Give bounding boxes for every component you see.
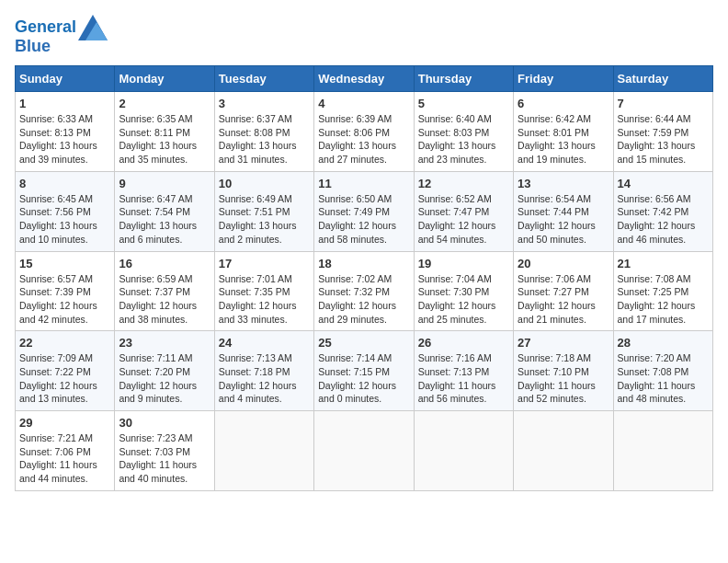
day-number: 4: [318, 97, 409, 110]
day-info: Sunrise: 6:44 AM Sunset: 7:59 PM Dayligh…: [618, 112, 709, 167]
calendar-cell: 21Sunrise: 7:08 AM Sunset: 7:25 PM Dayli…: [613, 251, 712, 331]
calendar-cell: 11Sunrise: 6:50 AM Sunset: 7:49 PM Dayli…: [314, 171, 414, 251]
day-info: Sunrise: 7:20 AM Sunset: 7:08 PM Dayligh…: [618, 351, 709, 406]
weekday-header-wednesday: Wednesday: [314, 66, 414, 92]
day-info: Sunrise: 6:42 AM Sunset: 8:01 PM Dayligh…: [518, 112, 609, 167]
day-info: Sunrise: 7:02 AM Sunset: 7:32 PM Dayligh…: [318, 272, 409, 327]
calendar-cell: 20Sunrise: 7:06 AM Sunset: 7:27 PM Dayli…: [514, 251, 613, 331]
day-info: Sunrise: 7:21 AM Sunset: 7:06 PM Dayligh…: [19, 431, 110, 486]
logo: General Blue: [15, 15, 108, 56]
day-info: Sunrise: 7:06 AM Sunset: 7:27 PM Dayligh…: [518, 272, 609, 327]
page-header: General Blue: [15, 15, 713, 56]
day-number: 23: [119, 336, 210, 350]
calendar-cell: 19Sunrise: 7:04 AM Sunset: 7:30 PM Dayli…: [414, 251, 513, 331]
day-info: Sunrise: 7:09 AM Sunset: 7:22 PM Dayligh…: [19, 351, 110, 406]
logo-text: General: [15, 18, 76, 37]
day-info: Sunrise: 7:04 AM Sunset: 7:30 PM Dayligh…: [418, 272, 509, 327]
calendar-cell: 23Sunrise: 7:11 AM Sunset: 7:20 PM Dayli…: [115, 331, 214, 411]
calendar-week-row: 8Sunrise: 6:45 AM Sunset: 7:56 PM Daylig…: [16, 171, 713, 251]
day-info: Sunrise: 6:57 AM Sunset: 7:39 PM Dayligh…: [19, 272, 110, 327]
calendar-week-row: 1Sunrise: 6:33 AM Sunset: 8:13 PM Daylig…: [16, 92, 713, 172]
day-info: Sunrise: 7:13 AM Sunset: 7:18 PM Dayligh…: [219, 351, 310, 406]
weekday-header-sunday: Sunday: [16, 66, 115, 92]
calendar-cell: 8Sunrise: 6:45 AM Sunset: 7:56 PM Daylig…: [16, 171, 115, 251]
weekday-header-friday: Friday: [514, 66, 613, 92]
calendar-week-row: 15Sunrise: 6:57 AM Sunset: 7:39 PM Dayli…: [16, 251, 713, 331]
day-number: 5: [418, 97, 509, 110]
weekday-header-tuesday: Tuesday: [214, 66, 313, 92]
day-number: 6: [518, 97, 609, 110]
calendar-cell: [514, 411, 613, 491]
day-number: 10: [219, 177, 310, 190]
calendar-cell: 18Sunrise: 7:02 AM Sunset: 7:32 PM Dayli…: [314, 251, 414, 331]
day-number: 27: [518, 336, 609, 350]
day-number: 9: [119, 177, 210, 190]
calendar-cell: 7Sunrise: 6:44 AM Sunset: 7:59 PM Daylig…: [613, 92, 712, 172]
day-number: 14: [618, 177, 709, 190]
day-info: Sunrise: 6:56 AM Sunset: 7:42 PM Dayligh…: [618, 192, 709, 247]
day-number: 18: [318, 257, 409, 270]
day-info: Sunrise: 6:39 AM Sunset: 8:06 PM Dayligh…: [318, 112, 409, 167]
calendar-week-row: 22Sunrise: 7:09 AM Sunset: 7:22 PM Dayli…: [16, 331, 713, 411]
weekday-header-monday: Monday: [115, 66, 214, 92]
calendar-cell: 5Sunrise: 6:40 AM Sunset: 8:03 PM Daylig…: [414, 92, 513, 172]
day-info: Sunrise: 7:16 AM Sunset: 7:13 PM Dayligh…: [418, 351, 509, 406]
day-number: 21: [618, 257, 709, 270]
day-number: 25: [318, 336, 409, 350]
day-number: 8: [19, 177, 110, 190]
day-number: 13: [518, 177, 609, 190]
day-info: Sunrise: 6:47 AM Sunset: 7:54 PM Dayligh…: [119, 192, 210, 247]
calendar-week-row: 29Sunrise: 7:21 AM Sunset: 7:06 PM Dayli…: [16, 411, 713, 491]
day-number: 28: [618, 336, 709, 350]
day-info: Sunrise: 7:14 AM Sunset: 7:15 PM Dayligh…: [318, 351, 409, 406]
day-info: Sunrise: 6:52 AM Sunset: 7:47 PM Dayligh…: [418, 192, 509, 247]
day-info: Sunrise: 6:45 AM Sunset: 7:56 PM Dayligh…: [19, 192, 110, 247]
calendar-cell: [214, 411, 313, 491]
day-number: 22: [19, 336, 110, 350]
day-number: 2: [119, 97, 210, 110]
day-number: 19: [418, 257, 509, 270]
day-number: 30: [119, 416, 210, 430]
calendar-cell: 6Sunrise: 6:42 AM Sunset: 8:01 PM Daylig…: [514, 92, 613, 172]
calendar-cell: 9Sunrise: 6:47 AM Sunset: 7:54 PM Daylig…: [115, 171, 214, 251]
calendar-cell: 12Sunrise: 6:52 AM Sunset: 7:47 PM Dayli…: [414, 171, 513, 251]
calendar-cell: 15Sunrise: 6:57 AM Sunset: 7:39 PM Dayli…: [16, 251, 115, 331]
day-number: 15: [19, 257, 110, 270]
weekday-header-saturday: Saturday: [613, 66, 712, 92]
calendar-header-row: SundayMondayTuesdayWednesdayThursdayFrid…: [16, 66, 713, 92]
calendar-cell: 26Sunrise: 7:16 AM Sunset: 7:13 PM Dayli…: [414, 331, 513, 411]
day-info: Sunrise: 6:37 AM Sunset: 8:08 PM Dayligh…: [219, 112, 310, 167]
day-info: Sunrise: 7:08 AM Sunset: 7:25 PM Dayligh…: [618, 272, 709, 327]
day-number: 17: [219, 257, 310, 270]
day-number: 20: [518, 257, 609, 270]
day-info: Sunrise: 7:01 AM Sunset: 7:35 PM Dayligh…: [219, 272, 310, 327]
calendar-cell: 17Sunrise: 7:01 AM Sunset: 7:35 PM Dayli…: [214, 251, 313, 331]
calendar-cell: 22Sunrise: 7:09 AM Sunset: 7:22 PM Dayli…: [16, 331, 115, 411]
day-info: Sunrise: 6:54 AM Sunset: 7:44 PM Dayligh…: [518, 192, 609, 247]
calendar-cell: [314, 411, 414, 491]
day-number: 12: [418, 177, 509, 190]
calendar-cell: 3Sunrise: 6:37 AM Sunset: 8:08 PM Daylig…: [214, 92, 313, 172]
calendar-cell: [613, 411, 712, 491]
day-number: 16: [119, 257, 210, 270]
day-info: Sunrise: 6:33 AM Sunset: 8:13 PM Dayligh…: [19, 112, 110, 167]
day-info: Sunrise: 6:50 AM Sunset: 7:49 PM Dayligh…: [318, 192, 409, 247]
calendar-cell: 29Sunrise: 7:21 AM Sunset: 7:06 PM Dayli…: [16, 411, 115, 491]
day-number: 7: [618, 97, 709, 110]
day-info: Sunrise: 6:35 AM Sunset: 8:11 PM Dayligh…: [119, 112, 210, 167]
calendar-cell: 28Sunrise: 7:20 AM Sunset: 7:08 PM Dayli…: [613, 331, 712, 411]
day-info: Sunrise: 6:49 AM Sunset: 7:51 PM Dayligh…: [219, 192, 310, 247]
day-number: 26: [418, 336, 509, 350]
day-info: Sunrise: 6:40 AM Sunset: 8:03 PM Dayligh…: [418, 112, 509, 167]
calendar-cell: 4Sunrise: 6:39 AM Sunset: 8:06 PM Daylig…: [314, 92, 414, 172]
calendar-cell: 14Sunrise: 6:56 AM Sunset: 7:42 PM Dayli…: [613, 171, 712, 251]
calendar-cell: 1Sunrise: 6:33 AM Sunset: 8:13 PM Daylig…: [16, 92, 115, 172]
day-number: 29: [19, 416, 110, 430]
day-number: 24: [219, 336, 310, 350]
logo-icon: [78, 15, 108, 40]
day-info: Sunrise: 6:59 AM Sunset: 7:37 PM Dayligh…: [119, 272, 210, 327]
weekday-header-thursday: Thursday: [414, 66, 513, 92]
calendar-cell: 2Sunrise: 6:35 AM Sunset: 8:11 PM Daylig…: [115, 92, 214, 172]
day-number: 3: [219, 97, 310, 110]
day-info: Sunrise: 7:18 AM Sunset: 7:10 PM Dayligh…: [518, 351, 609, 406]
